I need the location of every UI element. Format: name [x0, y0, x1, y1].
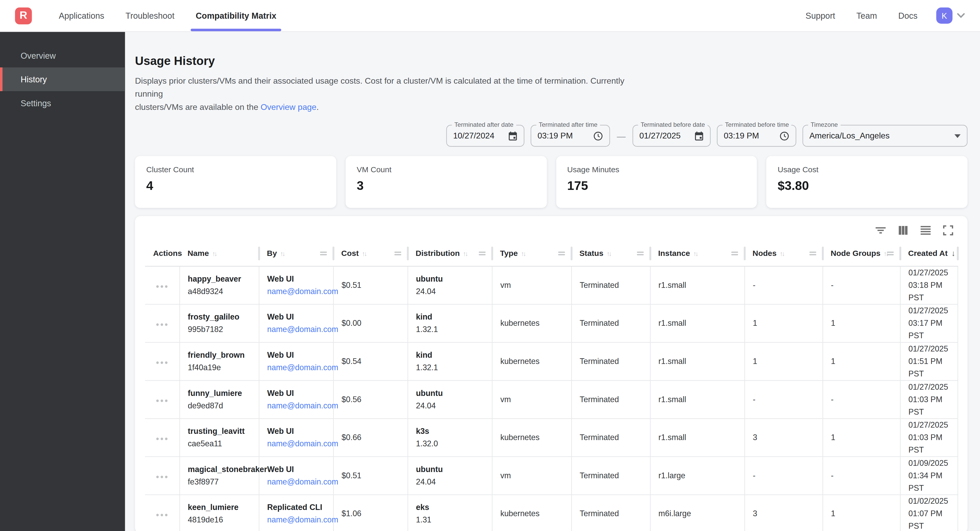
nav-tab-compatibility-matrix[interactable]: Compatibility Matrix [185, 0, 287, 31]
timezone-select[interactable]: Timezone America/Los_Angeles [803, 125, 967, 147]
cluster-name: trusting_leavitt [188, 425, 256, 437]
cost-value: $0.00 [333, 304, 407, 342]
nodes-value: 3 [745, 418, 822, 457]
clock-icon[interactable] [774, 131, 789, 141]
filter-bar: Terminated after date 10/27/2024 Termina… [135, 125, 967, 147]
distribution-version: 1.31 [416, 514, 489, 526]
stat-value: $3.80 [778, 179, 956, 193]
column-header-created-at[interactable]: Created At↓ [900, 241, 958, 266]
dropdown-caret-icon[interactable] [949, 134, 961, 138]
created-date: 01/09/2025 [908, 457, 955, 469]
calendar-icon[interactable] [503, 131, 517, 141]
instance-value: r1.large [650, 457, 745, 495]
timezone-value: America/Los_Angeles [810, 131, 889, 141]
row-actions-button[interactable] [145, 418, 180, 457]
instance-value: r1.small [650, 418, 745, 457]
nav-tab-troubleshoot[interactable]: Troubleshoot [115, 0, 185, 31]
nav-link-docs[interactable]: Docs [888, 11, 928, 20]
sidebar-item-settings[interactable]: Settings [0, 91, 125, 115]
nav-link-support[interactable]: Support [795, 11, 846, 20]
chevron-down-icon[interactable] [957, 13, 965, 18]
distribution-version: 24.04 [416, 476, 489, 488]
created-by-email-link[interactable]: name@domain.com [267, 285, 338, 298]
column-header-node-groups[interactable]: Node Groups↑↓ [822, 241, 900, 266]
created-by-email-link[interactable]: name@domain.com [267, 399, 338, 412]
table-header-row: Actions Name↑↓ By↑↓ Cost↑↓ Distribution↑… [145, 241, 958, 266]
stat-value: 3 [357, 179, 536, 193]
terminated-before-date-value: 01/27/2025 [639, 131, 681, 141]
column-header-status[interactable]: Status↑↓ [571, 241, 650, 266]
row-actions-button[interactable] [145, 495, 180, 531]
column-header-nodes[interactable]: Nodes↑↓ [745, 241, 822, 266]
distribution-version: 1.32.1 [416, 361, 489, 374]
sort-icon: ↑↓ [463, 250, 467, 257]
secondary-nav: Support Team Docs K [795, 0, 965, 31]
column-header-name[interactable]: Name↑↓ [180, 241, 259, 266]
calendar-icon[interactable] [689, 131, 704, 141]
created-by-email-link[interactable]: name@domain.com [267, 361, 338, 374]
column-header-instance[interactable]: Instance↑↓ [650, 241, 745, 266]
avatar[interactable]: K [936, 8, 953, 24]
clock-icon[interactable] [588, 131, 603, 141]
nodes-value: - [745, 266, 822, 304]
row-actions-button[interactable] [145, 380, 180, 418]
timezone-label: Timezone [808, 121, 840, 128]
cost-value: $0.51 [333, 457, 407, 495]
terminated-before-time-field[interactable]: Terminated before time 03:19 PM [717, 125, 796, 147]
sidebar-item-overview[interactable]: Overview [0, 44, 125, 67]
cluster-name: keen_lumiere [188, 501, 256, 514]
column-header-cost[interactable]: Cost↑↓ [333, 241, 407, 266]
column-menu-icon [731, 252, 738, 257]
created-time: 01:03 PM PST [908, 431, 955, 456]
cluster-name: funny_lumiere [188, 387, 256, 399]
filter-icon[interactable] [875, 225, 886, 236]
column-menu-icon [887, 252, 894, 257]
stat-label: VM Count [357, 165, 536, 174]
column-menu-icon [810, 252, 816, 257]
nav-link-team[interactable]: Team [846, 11, 888, 20]
created-date: 01/27/2025 [908, 266, 955, 279]
terminated-after-date-field[interactable]: Terminated after date 10/27/2024 [446, 125, 524, 147]
column-header-by[interactable]: By↑↓ [259, 241, 333, 266]
column-header-distribution[interactable]: Distribution↑↓ [407, 241, 492, 266]
created-date: 01/27/2025 [908, 304, 955, 317]
type-value: kubernetes [492, 495, 571, 531]
distribution-version: 24.04 [416, 399, 489, 412]
status-value: Terminated [571, 304, 650, 342]
created-by-email-link[interactable]: name@domain.com [267, 437, 338, 450]
density-icon[interactable] [920, 225, 931, 236]
column-header-type[interactable]: Type↑↓ [492, 241, 571, 266]
terminated-after-date-value: 10/27/2024 [453, 131, 495, 141]
created-by-email-link[interactable]: name@domain.com [267, 323, 338, 336]
row-actions-button[interactable] [145, 266, 180, 304]
table-toolbar [145, 221, 958, 241]
table-row: trusting_leavitt cae5ea11 Web UI name@do… [145, 418, 958, 457]
row-actions-button[interactable] [145, 304, 180, 342]
sidebar-item-history[interactable]: History [0, 68, 125, 91]
node-groups-value: - [822, 380, 900, 418]
sidebar: Overview History Settings [0, 32, 125, 531]
overview-page-link[interactable]: Overview page [261, 102, 317, 112]
terminated-before-time-label: Terminated before time [722, 121, 791, 128]
cluster-id: 4819de16 [188, 514, 256, 526]
table-row: friendly_brown 1f40a19e Web UI name@doma… [145, 342, 958, 380]
terminated-before-date-field[interactable]: Terminated before date 01/27/2025 [633, 125, 711, 147]
columns-icon[interactable] [897, 225, 909, 236]
created-time: 01:34 PM PST [908, 469, 955, 494]
date-range-separator: — [617, 131, 626, 141]
terminated-before-time-value: 03:19 PM [724, 131, 759, 141]
row-actions-button[interactable] [145, 457, 180, 495]
cluster-name: magical_stonebraker [188, 463, 256, 476]
terminated-after-time-label: Terminated after time [536, 121, 600, 128]
row-actions-button[interactable] [145, 342, 180, 380]
created-by-email-link[interactable]: name@domain.com [267, 476, 338, 488]
created-by-email-link[interactable]: name@domain.com [267, 514, 338, 526]
created-time: 01:51 PM PST [908, 355, 955, 380]
nav-tab-applications[interactable]: Applications [48, 0, 115, 31]
distribution-name: ubuntu [416, 273, 489, 285]
fullscreen-icon[interactable] [943, 225, 954, 236]
status-value: Terminated [571, 380, 650, 418]
terminated-after-time-field[interactable]: Terminated after time 03:19 PM [531, 125, 610, 147]
replicated-logo[interactable]: R [15, 7, 32, 24]
stat-card-usage-cost: Usage Cost $3.80 [767, 156, 967, 208]
